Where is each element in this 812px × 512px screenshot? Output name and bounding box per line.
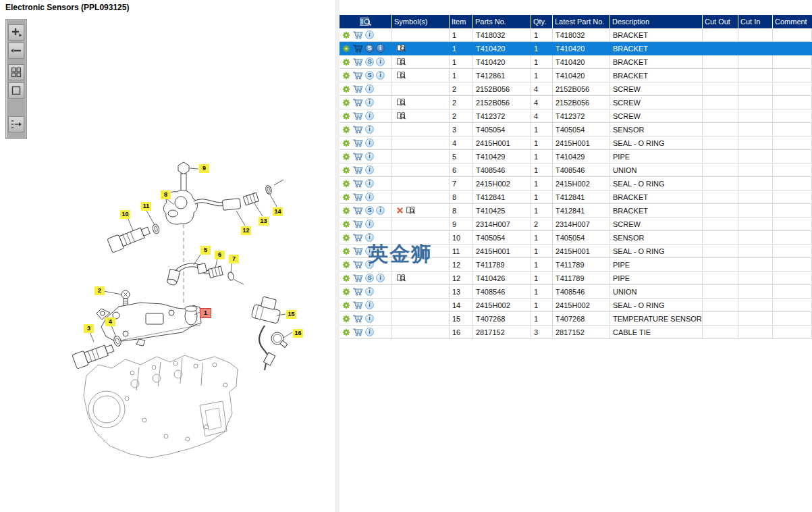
info-badge-icon[interactable]: i — [365, 84, 374, 93]
info-badge-icon[interactable]: i — [365, 301, 374, 309]
gear-icon[interactable] — [342, 72, 350, 80]
cart-icon[interactable] — [352, 179, 363, 188]
info-badge-icon[interactable]: i — [365, 193, 374, 201]
callout-label-5[interactable]: 5 — [200, 246, 211, 255]
gear-icon[interactable] — [342, 139, 350, 147]
cart-icon[interactable] — [352, 314, 363, 323]
table-row[interactable]: i 2T4123724T412372SCREW — [340, 109, 812, 123]
book-magnifier-icon[interactable] — [396, 44, 406, 53]
callout-label-13[interactable]: 13 — [259, 217, 269, 226]
column-header-cut-out[interactable]: Cut Out — [703, 15, 738, 28]
callout-label-10[interactable]: 10 — [120, 210, 130, 219]
info-badge-icon[interactable]: i — [365, 247, 374, 255]
callout-label-7[interactable]: 7 — [229, 255, 239, 263]
s-badge-icon[interactable]: S — [365, 274, 374, 282]
cart-icon[interactable] — [352, 233, 363, 242]
s-badge-icon[interactable]: S — [365, 44, 374, 53]
cart-icon[interactable] — [352, 274, 363, 282]
cart-icon[interactable] — [352, 111, 363, 120]
s-badge-icon[interactable]: S — [365, 71, 374, 80]
book-magnifier-icon[interactable] — [396, 111, 406, 120]
cart-icon[interactable] — [352, 206, 363, 215]
callout-label-2[interactable]: 2 — [94, 286, 105, 295]
cart-icon[interactable] — [352, 220, 363, 228]
gear-icon[interactable] — [342, 315, 350, 323]
cart-icon[interactable] — [352, 44, 363, 53]
table-row[interactable]: Si 12T4104261T411789PIPE — [340, 272, 812, 285]
info-badge-icon[interactable]: i — [365, 125, 374, 134]
table-row[interactable]: i5T4104291T410429PIPE — [340, 150, 812, 163]
info-badge-icon[interactable]: i — [365, 179, 374, 188]
table-row[interactable]: i 22152B05642152B056SCREW — [340, 96, 812, 109]
info-badge-icon[interactable]: i — [365, 111, 374, 120]
table-row[interactable]: Si 1T4104201T410420BRACKET — [340, 55, 812, 69]
callout-label-16[interactable]: 16 — [293, 329, 303, 338]
gear-icon[interactable] — [342, 85, 350, 93]
table-row[interactable]: Si 1T4104201T410420BRACKET — [340, 42, 812, 55]
table-row[interactable]: i92314H00722314H007SCREW — [340, 217, 812, 231]
gear-icon[interactable] — [342, 58, 350, 66]
gear-icon[interactable] — [342, 207, 350, 215]
table-row[interactable]: i10T4050541T405054SENSOR — [340, 231, 812, 245]
gear-icon[interactable] — [342, 193, 350, 201]
book-magnifier-icon[interactable] — [396, 98, 406, 107]
column-header-comment[interactable]: Comment — [773, 15, 812, 28]
table-row[interactable]: i16281715232817152CABLE TIE — [340, 326, 812, 339]
info-badge-icon[interactable]: i — [365, 314, 374, 323]
cart-icon[interactable] — [352, 71, 363, 80]
table-row[interactable]: i72415H00212415H002SEAL - O RING — [340, 177, 812, 190]
table-row[interactable]: Si 1T4128611T410420BRACKET — [340, 69, 812, 82]
column-header-item[interactable]: Item — [450, 15, 473, 28]
parts-filter-magnifier-icon[interactable] — [360, 17, 372, 27]
table-row[interactable]: i13T4085461T408546UNION — [340, 285, 812, 299]
table-row[interactable]: i42415H00112415H001SEAL - O RING — [340, 136, 812, 150]
callout-label-12[interactable]: 12 — [241, 226, 251, 235]
book-magnifier-icon[interactable] — [396, 57, 406, 66]
column-header-qty-[interactable]: Qty. — [531, 15, 553, 28]
info-badge-icon[interactable]: i — [365, 220, 374, 228]
cart-icon[interactable] — [352, 57, 363, 66]
callout-label-15[interactable]: 15 — [286, 310, 296, 319]
info-badge-icon[interactable]: i — [376, 57, 385, 66]
info-badge-icon[interactable]: i — [365, 165, 374, 174]
cart-icon[interactable] — [352, 30, 363, 39]
cart-icon[interactable] — [352, 260, 363, 269]
cart-icon[interactable] — [352, 84, 363, 93]
gear-icon[interactable] — [342, 301, 350, 309]
x-mark-icon[interactable] — [396, 207, 404, 214]
info-badge-icon[interactable]: i — [365, 328, 374, 336]
callout-label-9[interactable]: 9 — [199, 164, 209, 173]
table-row[interactable]: i1T4180321T418032BRACKET — [340, 28, 812, 42]
info-badge-icon[interactable]: i — [365, 152, 374, 161]
gear-icon[interactable] — [342, 180, 350, 188]
gear-icon[interactable] — [342, 220, 350, 228]
gear-icon[interactable] — [342, 31, 350, 39]
column-header-parts-no-[interactable]: Parts No. — [473, 15, 531, 28]
callout-label-8[interactable]: 8 — [161, 190, 171, 199]
gear-icon[interactable] — [342, 328, 350, 336]
gear-icon[interactable] — [342, 112, 350, 120]
gear-icon[interactable] — [342, 126, 350, 134]
cart-icon[interactable] — [352, 98, 363, 107]
callout-label-4[interactable]: 4 — [105, 317, 115, 326]
column-header-symbol-s-[interactable]: Symbol(s) — [392, 15, 450, 28]
column-header-latest-part-no-[interactable]: Latest Part No. — [553, 15, 610, 28]
table-row[interactable]: i3T4050541T405054SENSOR — [340, 123, 812, 136]
cart-icon[interactable] — [352, 328, 363, 336]
book-magnifier-icon[interactable] — [406, 206, 416, 215]
info-badge-icon[interactable]: i — [376, 71, 385, 80]
callout-label-11[interactable]: 11 — [141, 202, 151, 211]
cart-icon[interactable] — [352, 138, 363, 147]
table-row[interactable]: i12T4117891T411789PIPE — [340, 258, 812, 272]
info-badge-icon[interactable]: i — [365, 233, 374, 242]
info-badge-icon[interactable]: i — [365, 260, 374, 269]
s-badge-icon[interactable]: S — [365, 206, 374, 215]
book-magnifier-icon[interactable] — [396, 274, 406, 282]
info-badge-icon[interactable]: i — [376, 44, 385, 53]
book-magnifier-icon[interactable] — [396, 71, 406, 80]
cart-icon[interactable] — [352, 287, 363, 296]
cart-icon[interactable] — [352, 125, 363, 134]
table-row[interactable]: i8T4128411T412841BRACKET — [340, 190, 812, 204]
info-badge-icon[interactable]: i — [365, 138, 374, 147]
gear-icon[interactable] — [342, 99, 350, 107]
